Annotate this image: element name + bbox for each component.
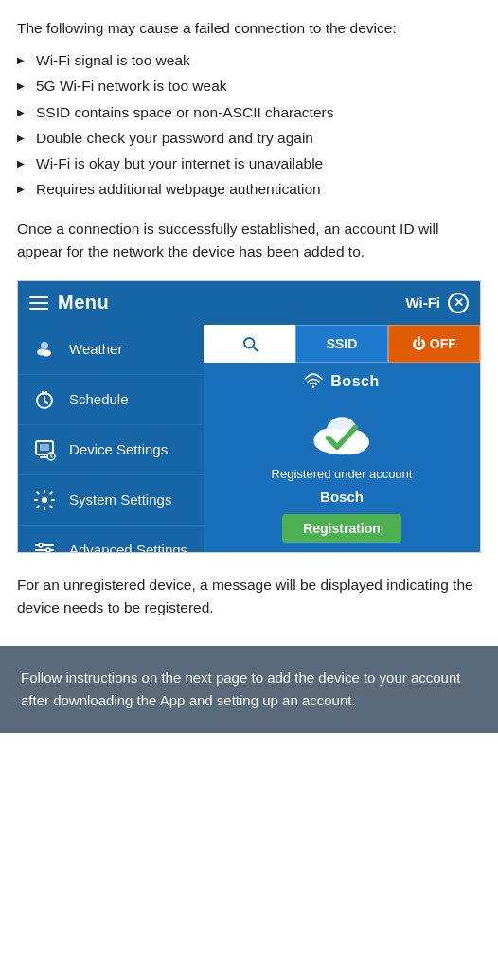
wifi-brand-name: Bosch xyxy=(330,373,379,390)
svg-point-9 xyxy=(42,497,47,503)
sidebar-item-label: Advanced Settings xyxy=(69,542,187,553)
svg-point-14 xyxy=(46,548,50,552)
registered-text: Registered under account xyxy=(272,467,413,483)
footer-text: Follow instructions on the next page to … xyxy=(21,669,460,708)
tab-off[interactable]: ⏻ OFF xyxy=(388,325,480,363)
svg-rect-5 xyxy=(45,391,47,395)
registration-button[interactable]: Registration xyxy=(282,514,401,543)
sidebar-item-label: System Settings xyxy=(69,491,171,508)
ui-screenshot-panel: Menu Wi-Fi ✕ Weather xyxy=(17,280,481,553)
system-settings-icon xyxy=(31,487,58,513)
bullet-list: Wi-Fi signal is too weak 5G Wi-Fi networ… xyxy=(17,49,481,201)
power-icon: ⏻ xyxy=(412,336,425,351)
svg-rect-7 xyxy=(40,444,49,451)
sidebar-item-label: Schedule xyxy=(69,391,129,407)
sidebar-item-advanced-settings[interactable]: Advanced Settings xyxy=(18,526,204,553)
wifi-signal-icon xyxy=(304,372,323,391)
ui-right-panel: SSID ⏻ OFF Bosch xyxy=(204,325,480,552)
svg-point-13 xyxy=(39,543,43,547)
ui-sidebar: Weather Schedule xyxy=(18,325,204,552)
ui-header: Menu Wi-Fi ✕ xyxy=(18,281,480,325)
sidebar-item-label: Weather xyxy=(69,341,122,357)
svg-point-2 xyxy=(42,349,51,356)
svg-line-17 xyxy=(253,347,257,350)
header-right: Wi-Fi ✕ xyxy=(405,293,469,313)
wifi-label: Wi-Fi xyxy=(405,294,440,311)
close-icon[interactable]: ✕ xyxy=(448,293,469,313)
registered-name: Bosch xyxy=(320,489,364,505)
sidebar-item-label: Device Settings xyxy=(69,441,168,457)
cloud-registered-icon xyxy=(304,397,380,461)
connection-note: Once a connection is successfully establ… xyxy=(17,218,481,263)
tab-off-label: OFF xyxy=(430,336,456,351)
post-panel-text: For an unregistered device, a message wi… xyxy=(17,574,481,619)
svg-point-18 xyxy=(312,385,315,388)
svg-rect-4 xyxy=(42,391,44,395)
hamburger-icon[interactable] xyxy=(29,296,48,310)
sidebar-item-system-settings[interactable]: System Settings xyxy=(18,475,204,526)
ui-body: Weather Schedule xyxy=(18,325,480,552)
list-item: Requires additional webpage authenticati… xyxy=(17,178,481,200)
list-item: Double check your password and try again xyxy=(17,127,481,149)
list-item: 5G Wi-Fi network is too weak xyxy=(17,75,481,97)
header-left: Menu xyxy=(29,292,109,313)
list-item: SSID contains space or non-ASCII charact… xyxy=(17,101,481,123)
sidebar-item-device-settings[interactable]: Device Settings xyxy=(18,425,204,475)
sidebar-item-schedule[interactable]: Schedule xyxy=(18,375,204,425)
footer-note: Follow instructions on the next page to … xyxy=(0,646,498,733)
device-settings-icon xyxy=(31,437,58,463)
wifi-right-content: Bosch Registered under account Bo xyxy=(204,363,480,552)
intro-prefix: The following may cause a failed connect… xyxy=(17,17,481,40)
list-item: Wi-Fi is okay but your internet is unava… xyxy=(17,152,481,174)
menu-title: Menu xyxy=(58,292,109,313)
sidebar-item-weather[interactable]: Weather xyxy=(18,325,204,375)
tab-search[interactable] xyxy=(204,325,295,363)
advanced-settings-icon xyxy=(31,537,58,553)
tab-ssid[interactable]: SSID xyxy=(295,325,387,363)
svg-point-0 xyxy=(41,342,48,349)
cloud-icon-wrap xyxy=(304,397,380,461)
wifi-tabs: SSID ⏻ OFF xyxy=(204,325,480,363)
weather-icon xyxy=(31,336,58,363)
list-item: Wi-Fi signal is too weak xyxy=(17,49,481,71)
tab-ssid-label: SSID xyxy=(327,336,358,351)
schedule-icon xyxy=(31,386,58,413)
